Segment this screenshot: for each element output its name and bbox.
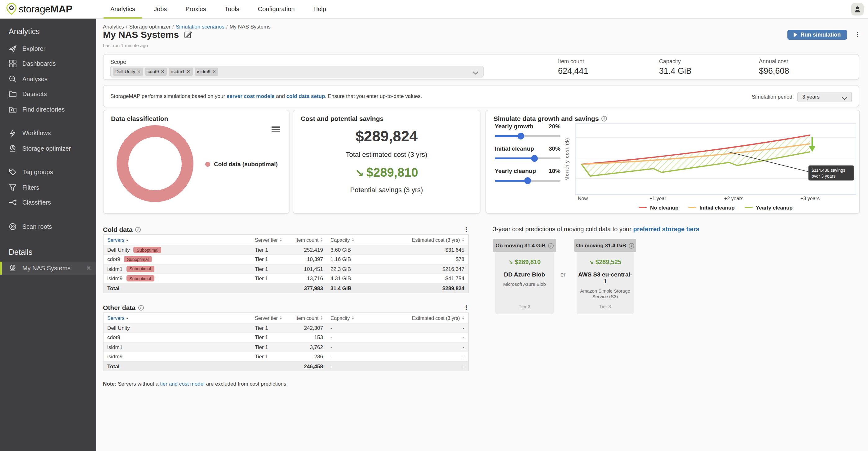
sidebar-item-filters[interactable]: Filters [0,180,96,195]
nav-tab-proxies[interactable]: Proxies [179,0,213,19]
legend-yearly-cleanup[interactable]: Yearly cleanup [745,204,793,211]
info-icon[interactable]: i [138,305,144,311]
sort-capacity[interactable]: Capacity [331,315,354,321]
slider-track[interactable] [495,180,560,182]
prediction-card-header: On moving 31.4 GiBi [493,239,556,252]
sidebar-item-scan-roots[interactable]: Scan roots [0,219,96,234]
paper-plane-icon [9,45,17,53]
sidebar-details-item-my-nas-systems[interactable]: $ My NAS Systems ✕ [0,261,96,274]
scope-tag[interactable]: Dell Unity✕ [113,68,143,76]
prediction-provider: Amazon Simple Storage Service (S3) [577,288,633,300]
down-right-arrow-icon: ↘ [589,259,594,265]
sidebar-item-tag-groups[interactable]: Tag groups [0,165,96,180]
storagemap-logo[interactable]: storageMAP [6,2,72,15]
sidebar-item-dashboards[interactable]: Dashboards [0,56,96,71]
sidebar-item-classifiers[interactable]: Classifiers [0,195,96,210]
cold-data-kebab-icon[interactable] [463,227,468,233]
sort-asc-icon [126,316,129,320]
total-cost-value: $289,824 [293,128,480,145]
nav-tab-jobs[interactable]: Jobs [147,0,174,19]
slider-label: Yearly growth [495,123,533,130]
sidebar-item-explorer[interactable]: Explorer [0,41,96,56]
nav-tab-configuration[interactable]: Configuration [251,0,302,19]
chevron-down-icon [474,69,478,74]
remove-tag-icon[interactable]: ✕ [137,69,141,74]
sort-server-tier[interactable]: Server tier [255,237,282,243]
sidebar-item-find-directories[interactable]: Find directories [0,102,96,117]
magnifier-chart-icon [9,75,17,83]
sidebar-item-datasets[interactable]: Datasets [0,87,96,102]
table-row: isidm9Suboptimal Tier 113,7164.31 GiB$41… [103,273,468,283]
slider-track[interactable] [495,157,560,159]
sort-icon [351,316,354,321]
scope-multiselect[interactable]: Dell Unity✕ cdot9✕ isidm1✕ isidm9✕ [111,66,484,77]
simulation-period-select[interactable]: 3 years [797,91,852,102]
sidebar-item-analyses[interactable]: Analyses [0,71,96,87]
remove-tag-icon[interactable]: ✕ [187,69,190,74]
slider-thumb[interactable] [531,155,537,162]
sidebar-heading-analytics: Analytics [0,19,96,41]
user-menu-button[interactable] [851,3,864,15]
app-window: storageMAP Analytics Jobs Proxies Tools … [0,0,868,451]
legend-initial-cleanup[interactable]: Initial cleanup [688,204,735,211]
tier-cost-model-link[interactable]: tier and cost model [160,381,205,387]
sort-estimated-cost[interactable]: Estimated cost (3 yrs) [412,315,464,321]
scope-tag[interactable]: isidm1✕ [168,68,192,76]
slider-track[interactable] [495,135,560,137]
nav-tab-help[interactable]: Help [307,0,333,19]
legend-label: Cold data (suboptimal) [214,161,278,167]
info-icon[interactable]: i [601,116,607,122]
sort-item-count[interactable]: Item count [296,315,323,321]
edit-title-icon[interactable] [184,30,192,38]
top-bar: storageMAP Analytics Jobs Proxies Tools … [0,0,868,19]
breadcrumb-simulation-scenarios[interactable]: Simulation scenarios [176,24,224,30]
down-right-arrow-icon: ↘ [355,167,364,179]
other-data-kebab-icon[interactable] [463,305,468,311]
suboptimal-badge: Suboptimal [126,275,154,282]
other-data-title: Other datai [103,304,144,311]
legend-no-cleanup[interactable]: No cleanup [639,204,679,211]
remove-tag-icon[interactable]: ✕ [161,69,165,74]
sidebar-item-label: Datasets [22,91,47,98]
slider-value: 20% [549,123,560,130]
sort-estimated-cost[interactable]: Estimated cost (3 yrs) [412,237,464,243]
remove-tag-icon[interactable]: ✕ [212,69,216,74]
cold-data-setup-link[interactable]: cold data setup [286,93,325,99]
split-branch-icon [9,199,17,207]
donut-legend[interactable]: Cold data (suboptimal) [205,161,278,167]
breadcrumb-storage-optimizer[interactable]: Storage optimizer [129,24,170,30]
nav-tab-analytics[interactable]: Analytics [103,0,142,19]
scope-tag[interactable]: isidm9✕ [195,68,219,76]
sort-server-tier[interactable]: Server tier [255,315,282,321]
notice-card: StorageMAP performs simulations based on… [103,85,859,107]
preferred-storage-tiers-link[interactable]: preferred storage tiers [633,226,699,232]
breadcrumb-analytics[interactable]: Analytics [103,24,124,30]
slider-thumb[interactable] [524,177,531,184]
table-header-row: Servers Server tier Item count Capacity … [103,235,468,245]
yearly-growth-slider: Yearly growth20% [495,123,560,137]
page-kebab-menu-icon[interactable] [855,32,859,38]
close-icon[interactable]: ✕ [86,264,91,271]
server-cost-models-link[interactable]: server cost models [227,93,275,99]
y-axis-label: Monthly cost ($) [564,123,570,195]
sort-servers[interactable]: Servers [107,237,129,243]
info-icon[interactable]: i [548,243,554,248]
chart-menu-icon[interactable] [272,126,280,133]
card-title: Cost and potential savings [301,115,383,122]
run-simulation-button[interactable]: Run simulation [787,30,847,40]
total-cost-label: Total estimated cost (3 yrs) [293,151,480,158]
info-icon[interactable]: i [629,243,634,248]
sort-item-count[interactable]: Item count [296,237,323,243]
scope-tag[interactable]: cdot9✕ [145,68,167,76]
sidebar-item-storage-optimizer[interactable]: $ Storage optimizer [0,141,96,156]
details-item-label: My NAS Systems [22,264,71,271]
slider-thumb[interactable] [518,133,525,139]
sort-servers[interactable]: Servers [107,315,129,321]
sort-capacity[interactable]: Capacity [331,237,354,243]
sort-icon [462,237,464,243]
nav-tab-tools[interactable]: Tools [218,0,246,19]
sidebar-item-label: Dashboards [22,60,56,67]
info-icon[interactable]: i [135,227,141,232]
target-spiral-icon [9,223,17,231]
sidebar-item-workflows[interactable]: Workflows [0,126,96,141]
